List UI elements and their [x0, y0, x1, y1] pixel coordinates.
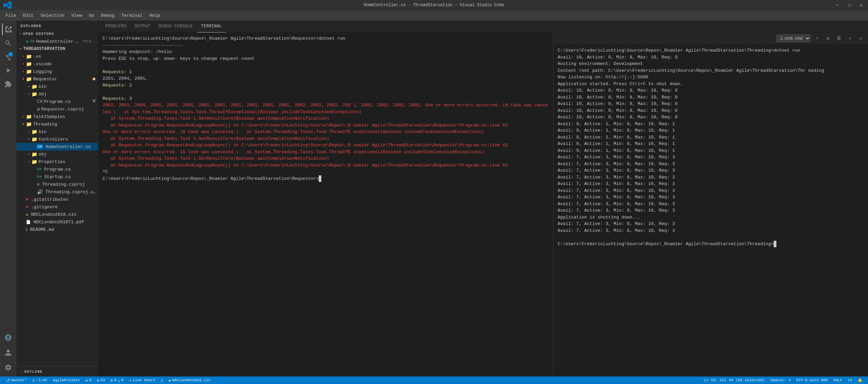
activity-source-control[interactable]: 1 [2, 51, 14, 63]
terminal-line [103, 62, 549, 69]
activity-settings[interactable] [2, 361, 14, 374]
errors-icon: ⇄ [85, 378, 88, 383]
tree-item-vscode[interactable]: › 📁 .vscode [16, 60, 98, 68]
tree-item-talk1samples[interactable]: › 📁 Talk1Samples [16, 113, 98, 120]
activity-explorer[interactable] [2, 23, 14, 36]
tree-item-requestor[interactable]: ▾ 📁 Requestor [16, 75, 98, 83]
menu-help[interactable]: Help [147, 12, 163, 19]
terminal-line: Avail: 9, Active: 1, Min: 8, Max: 10, Re… [558, 127, 864, 134]
status-git-branch[interactable]: ⎇ master* [3, 376, 30, 384]
menu-file[interactable]: File [3, 12, 19, 19]
tree-item-threading[interactable]: ▾ 📁 Threading [16, 120, 98, 128]
terminal-right[interactable]: C:\Users\FredericLuchting\Source\Repos\_… [553, 44, 868, 250]
terminal-line: Avail: 9, Active: 1, Min: 8, Max: 10, Re… [558, 141, 864, 147]
status-language[interactable]: C# [845, 376, 855, 384]
terminal-line: Now listening on: http://[::]:5000 [558, 74, 864, 81]
title-bar-left [3, 1, 14, 9]
open-editors-section[interactable]: ▾ Open Editors [16, 30, 98, 38]
tree-item-startup-cs[interactable]: C# Startup.cs [16, 173, 98, 181]
menu-go[interactable]: Go [86, 12, 97, 19]
tab-problems[interactable]: Problems [101, 21, 131, 32]
activity-run[interactable] [2, 64, 14, 77]
activity-accounts[interactable] [2, 346, 14, 359]
terminal-left[interactable]: C:\Users\FredericLuchting\Source\Repos\_… [98, 32, 553, 376]
terminal-line: Content root path: C:\Users\FredericLuch… [558, 67, 864, 74]
terminal-line: Avail: 7, Active: 3, Min: 8, Max: 10, Re… [558, 221, 864, 227]
new-terminal-button[interactable]: ＋ [813, 34, 822, 43]
sync-icon: ⊙ [32, 378, 35, 383]
minimize-button[interactable]: ─ [834, 2, 840, 8]
tree-item-threading-csproj[interactable]: ⚙ Threading.csproj [16, 181, 98, 188]
status-settings[interactable]: ⚙ 53 [94, 376, 108, 384]
terminal-line: Avail: 9, Active: 1, Min: 8, Max: 10, Re… [558, 147, 864, 154]
menu-view[interactable]: View [69, 12, 85, 19]
open-editor-homecontroller[interactable]: ✕ C# HomeController.cs Thre... [16, 38, 98, 45]
tree-item-gitignore[interactable]: ⚑ .gitignore [16, 203, 98, 211]
root-folder[interactable]: ▾ THREADSTARVATION [16, 45, 98, 53]
tab-terminal[interactable]: Terminal [197, 21, 226, 32]
maximize-panel-button[interactable]: ⬆ [845, 34, 854, 43]
terminal-line: Application is shutting down... [558, 214, 864, 221]
activity-extensions[interactable] [2, 78, 14, 90]
tree-item-requestor-bin[interactable]: › 📁 bin [16, 83, 98, 90]
terminal-line: at Requestor.Program.RequestAndLogLoopAs… [103, 162, 549, 169]
status-liveshare[interactable]: ⚡ Live Share [126, 376, 158, 384]
status-notifications[interactable]: 🔔 [855, 376, 865, 384]
tree-item-properties[interactable]: › 📁 Properties [16, 158, 98, 165]
terminal-line: C:\Users\FredericLuchting\Source\Repos\_… [558, 47, 864, 54]
language-label: C# [848, 378, 852, 382]
menu-terminal[interactable]: Terminal [119, 12, 145, 19]
tree-item-readme[interactable]: ℹ README.md [16, 226, 98, 233]
menu-selection[interactable]: Selection [38, 12, 67, 19]
close-panel-button[interactable]: ✕ [856, 34, 865, 43]
activity-search[interactable] [2, 37, 14, 49]
tree-item-gitattributes[interactable]: ⚑ .gitattributes [16, 196, 98, 203]
window-title: HomeController.cs - ThreadStarvation - V… [364, 3, 504, 8]
terminal-line: Avail: 10, Active: 0, Min: 8, Max: 10, R… [558, 114, 864, 121]
trash-terminal-button[interactable]: 🗑 [834, 34, 843, 43]
tree-item-program-cs-requestor[interactable]: C# Program.cs M [16, 98, 98, 105]
panel-tabs: Problems Output Debug Console Terminal [98, 21, 868, 32]
tree-item-threading-obj[interactable]: › 📁 obj [16, 150, 98, 158]
tree-item-homecontroller[interactable]: C# HomeController.cs [16, 143, 98, 150]
tree-item-ndc-sln[interactable]: ◈ NDCLondon2018.sln [16, 211, 98, 218]
tree-item-threading-bin[interactable]: › 📁 bin [16, 128, 98, 135]
anchor-icon: ⚓ [161, 378, 163, 383]
split-terminal-button[interactable]: ⊞ [824, 34, 832, 43]
tree-item-logging[interactable]: › 📁 Logging [16, 68, 98, 75]
menu-debug[interactable]: Debug [98, 12, 117, 19]
tree-item-ndc-pdf[interactable]: 📄 NDCLondon2018T1.pdf [16, 218, 98, 226]
status-problems[interactable]: ⊘ 0 △ 0 [108, 376, 126, 384]
menu-edit[interactable]: Edit [20, 12, 36, 19]
status-project[interactable]: AgileProject [50, 376, 83, 384]
tree-item-requestor-obj[interactable]: › 📁 obj [16, 90, 98, 98]
status-line-ending[interactable]: CRLF [830, 376, 845, 384]
status-cursor-position[interactable]: Ln 19, Col 54 (55 selected) [701, 376, 767, 384]
tree-item-threading-csproj-user[interactable]: 🔊 Threading.csproj.user [16, 188, 98, 196]
tree-item-program-cs-threading[interactable]: C# Program.cs [16, 165, 98, 173]
outline-section[interactable]: › OUTLINE [16, 366, 98, 376]
terminal-line: ^C [103, 169, 549, 175]
terminal-right-controls: 1: cmd, cmd ＋ ⊞ 🗑 ⬆ ✕ [776, 34, 865, 43]
tab-debug-console[interactable]: Debug Console [155, 21, 197, 32]
tab-output[interactable]: Output [131, 21, 155, 32]
tree-item-vs[interactable]: › 📁 .vs [16, 53, 98, 60]
status-sync[interactable]: ⊙ ↑1↓0t [30, 376, 50, 384]
maximize-button[interactable]: ❐ [846, 2, 853, 9]
status-spaces[interactable]: Spaces: 4 [768, 376, 793, 384]
activity-remote[interactable] [2, 331, 14, 344]
status-encoding[interactable]: UTF-8 with BOM [793, 376, 830, 384]
terminal-selector[interactable]: 1: cmd, cmd [776, 35, 811, 42]
status-errors[interactable]: ⇄ 0 [83, 376, 94, 384]
tree-item-requestor-csproj[interactable]: ⚙ Requestor.csproj [16, 105, 98, 113]
terminal-line: Avail: 7, Active: 3, Min: 8, Max: 10, Re… [558, 227, 864, 234]
activity-bar: 1 [0, 21, 16, 376]
close-button[interactable]: ✕ [858, 2, 865, 9]
terminal-line: at System.Threading.Tasks.Task`1.GetResu… [103, 135, 549, 142]
status-solution[interactable]: ◈ NDCLondon2018.sln [166, 376, 213, 384]
settings-icon: ⚙ [97, 378, 99, 383]
tree-item-controllers[interactable]: ▾ 📁 Controllers [16, 135, 98, 143]
status-anchor[interactable]: ⚓ [158, 376, 166, 384]
solution-label: NDCLondon2018.sln [172, 378, 211, 382]
vscode-logo-icon [3, 1, 12, 9]
